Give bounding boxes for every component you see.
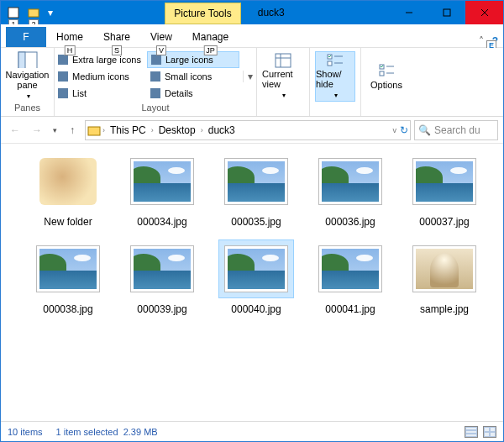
view-switcher — [465, 426, 496, 438]
item-label: 000039.jpg — [137, 303, 186, 315]
tab-home[interactable]: Home H — [46, 27, 93, 47]
item-label: New folder — [44, 216, 92, 228]
list-item[interactable]: 000034.jpg — [118, 152, 206, 228]
layout-item-label: List — [72, 88, 87, 98]
layout-option[interactable]: Details — [147, 85, 239, 102]
crumb-duck3[interactable]: duck3 — [205, 124, 239, 136]
layout-item-label: Large icons — [165, 55, 213, 65]
layout-item-icon — [58, 71, 68, 82]
chevron-right-icon[interactable]: › — [201, 126, 203, 134]
layout-options: Extra large iconsLarge iconsMedium icons… — [55, 51, 239, 102]
crumb-desktop[interactable]: Desktop — [155, 124, 199, 136]
thumbnails-view-icon[interactable] — [483, 426, 496, 438]
chevron-right-icon[interactable]: › — [151, 126, 154, 134]
list-item[interactable]: 000039.jpg — [118, 239, 206, 315]
search-input[interactable]: 🔍 Search du — [414, 120, 498, 140]
file-tab-key: F — [23, 31, 29, 43]
item-thumbnail — [128, 243, 197, 295]
status-bar: 10 items 1 item selected 2.39 MB — [1, 421, 503, 441]
layout-item-icon — [58, 55, 68, 65]
navigation-pane-icon — [18, 51, 38, 68]
svg-rect-7 — [18, 52, 25, 68]
group-panes-label: Panes — [1, 103, 54, 116]
list-item[interactable]: 000038.jpg — [24, 239, 112, 315]
address-bar: ← → ▾ ↑ › This PC › Desktop › duck3 v ↻ … — [1, 117, 503, 144]
list-item[interactable]: 000036.jpg — [307, 152, 394, 228]
svg-rect-3 — [444, 9, 450, 16]
navigation-pane-button[interactable]: Navigation pane — [6, 51, 50, 102]
item-label: 000040.jpg — [231, 303, 281, 315]
layout-option[interactable]: List — [55, 85, 147, 102]
explorer-window: 1 2 ▾ Picture Tools duck3 F Home H Shar — [0, 0, 504, 442]
item-label: 000036.jpg — [325, 216, 375, 228]
nav-forward-icon[interactable]: → — [28, 121, 46, 139]
tab-share-key: S — [112, 45, 122, 55]
layout-item-label: Small icons — [165, 71, 212, 82]
item-label: 000038.jpg — [43, 303, 92, 315]
current-view-label: Current view — [262, 69, 304, 89]
options-button[interactable]: Options — [366, 51, 407, 102]
ribbon-body: Navigation pane Panes Extra large iconsL… — [1, 48, 503, 117]
tab-manage[interactable]: Manage JP — [182, 27, 239, 47]
tab-share[interactable]: Share S — [93, 27, 140, 47]
list-item[interactable]: sample.jpg — [401, 239, 488, 315]
item-thumbnail — [222, 155, 291, 208]
title-bar: 1 2 ▾ Picture Tools duck3 — [1, 1, 503, 24]
tab-share-label: Share — [103, 31, 130, 43]
breadcrumb[interactable]: › This PC › Desktop › duck3 v ↻ — [85, 120, 411, 140]
refresh-icon[interactable]: ↻ — [400, 124, 408, 136]
chevron-right-icon[interactable]: › — [102, 126, 105, 134]
status-size: 2.39 MB — [123, 427, 158, 437]
list-item[interactable]: 000040.jpg — [213, 239, 300, 315]
svg-rect-8 — [276, 54, 291, 67]
list-item[interactable]: New folder — [24, 152, 112, 228]
nav-back-icon[interactable]: ← — [6, 121, 24, 139]
tab-home-label: Home — [56, 31, 83, 43]
qat-dropdown-icon[interactable]: ▾ — [45, 3, 56, 22]
details-view-icon[interactable] — [465, 426, 478, 438]
item-thumbnail — [410, 243, 479, 295]
group-show-hide: Show/ hide — [310, 48, 361, 116]
quick-access-toolbar: 1 2 ▾ — [1, 1, 60, 24]
current-view-button[interactable]: Current view — [262, 51, 304, 102]
folder-icon — [39, 158, 97, 205]
maximize-button[interactable] — [428, 1, 465, 24]
nav-recent-icon[interactable]: ▾ — [50, 121, 60, 139]
list-item[interactable]: 000035.jpg — [213, 152, 300, 228]
nav-up-icon[interactable]: ↑ — [63, 121, 81, 139]
layout-more-icon[interactable]: ▾ — [243, 71, 256, 82]
crumb-this-pc[interactable]: This PC — [107, 124, 150, 136]
show-hide-button[interactable]: Show/ hide — [315, 51, 355, 102]
tab-manage-key: JP — [203, 45, 218, 55]
qat-newfolder-icon[interactable]: 2 — [24, 3, 43, 22]
group-current-view: Current view — [257, 48, 310, 116]
layout-option[interactable]: Small icons — [147, 68, 239, 85]
options-icon — [377, 63, 396, 80]
tab-view-label: View — [150, 31, 172, 43]
svg-rect-0 — [8, 8, 18, 18]
layout-item-label: Extra large icons — [72, 55, 141, 65]
item-thumbnail — [34, 155, 102, 208]
tab-view[interactable]: View V — [140, 27, 182, 47]
collapse-ribbon-icon[interactable]: ˄ — [479, 35, 484, 47]
list-item[interactable]: 000037.jpg — [401, 152, 488, 228]
minimize-button[interactable] — [390, 1, 428, 24]
close-button[interactable] — [465, 1, 503, 24]
contextual-tab-label: Picture Tools — [165, 3, 240, 24]
sort-columns-icon — [274, 52, 292, 69]
qat-properties-icon[interactable]: 1 — [4, 3, 23, 22]
folder-icon — [87, 124, 101, 137]
group-options: Options — [361, 48, 412, 116]
layout-item-icon — [151, 55, 161, 65]
layout-option[interactable]: Medium icons — [55, 68, 147, 85]
ribbon-help-area: ˄ ? E — [479, 35, 498, 47]
address-dropdown-icon[interactable]: v — [393, 126, 397, 134]
layout-item-icon — [58, 88, 68, 98]
checkbox-list-icon — [326, 52, 344, 69]
file-list[interactable]: New folder000034.jpg000035.jpg000036.jpg… — [1, 144, 503, 421]
list-item[interactable]: 000041.jpg — [307, 239, 394, 315]
help-icon[interactable]: ? E — [492, 35, 498, 47]
svg-rect-19 — [88, 127, 100, 135]
file-tab[interactable]: F — [6, 27, 46, 47]
group-layout: Extra large iconsLarge iconsMedium icons… — [55, 48, 257, 116]
